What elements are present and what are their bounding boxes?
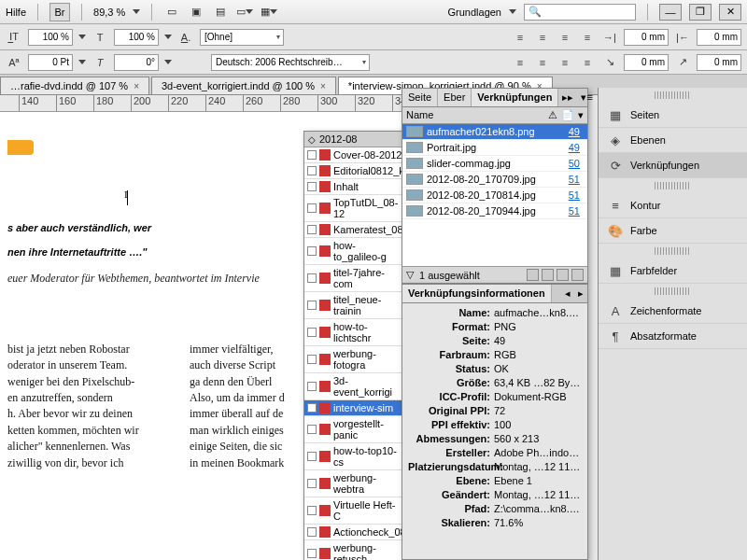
relink-icon[interactable]: [527, 269, 539, 281]
skew-value[interactable]: 0°: [114, 54, 159, 71]
links-col-name[interactable]: Name: [406, 109, 548, 121]
last-indent-value[interactable]: 0 mm: [697, 54, 741, 71]
book-row[interactable]: Virtuelle Heft-C: [304, 497, 405, 525]
screen-mode-icon[interactable]: ▭: [236, 4, 253, 21]
panel-menu-icon[interactable]: ▾≡: [577, 89, 596, 106]
align-right-icon[interactable]: ≡: [557, 29, 573, 46]
bridge-button[interactable]: Br: [49, 3, 70, 21]
link-row[interactable]: 2012-08-20_170709.jpg51: [402, 172, 587, 188]
view-icon-1[interactable]: ▭: [163, 4, 180, 21]
book-row[interactable]: werbung-webtra: [304, 470, 405, 497]
book-row[interactable]: how-to-top10-cs: [304, 443, 405, 470]
justify-last-center-icon[interactable]: ≡: [557, 54, 573, 71]
book-row[interactable]: Editorial0812_ko: [304, 163, 405, 179]
chevron-down-icon[interactable]: ▾: [578, 109, 584, 121]
language-select[interactable]: Deutsch: 2006 Rechtschreib…: [211, 54, 370, 71]
book-row[interactable]: Inhalt: [304, 179, 405, 195]
close-button[interactable]: ✕: [719, 4, 741, 21]
book-row[interactable]: Cover-08-2012: [304, 147, 405, 163]
info-row: Seite:49: [408, 335, 582, 346]
justify-last-left-icon[interactable]: ≡: [534, 54, 551, 71]
skew-icon[interactable]: T: [92, 54, 108, 71]
prev-icon[interactable]: ◂: [561, 285, 574, 302]
link-row[interactable]: 2012-08-20_170814.jpg51: [402, 188, 587, 203]
justify-icon[interactable]: ≡: [579, 29, 596, 46]
book-row[interactable]: 3d-event_korrigi: [304, 373, 405, 400]
arrange-icon[interactable]: ▦: [261, 4, 277, 21]
horizontal-scale[interactable]: 100 %: [28, 29, 73, 46]
minimize-button[interactable]: —: [659, 4, 682, 21]
book-row[interactable]: werbung-retusch: [304, 540, 405, 560]
doc-tab[interactable]: …rafie-dvd.indd @ 107 %×: [0, 77, 149, 94]
dock-item-kontur[interactable]: ≡Kontur: [599, 193, 747, 218]
dock-item-seiten[interactable]: ▦Seiten: [599, 103, 747, 128]
view-icon-2[interactable]: ▣: [188, 4, 204, 21]
dock-item-absatzformate[interactable]: ¶Absatzformate: [599, 324, 747, 349]
first-indent-value[interactable]: 0 mm: [624, 54, 669, 71]
justify-all-icon[interactable]: ≡: [512, 54, 529, 71]
char-style-select[interactable]: [Ohne]: [200, 29, 284, 46]
book-row[interactable]: Kameratest_081: [304, 222, 405, 238]
book-row[interactable]: interview-sim: [304, 400, 405, 416]
link-row[interactable]: slider-commag.jpg50: [402, 156, 587, 172]
indent-left-icon[interactable]: →|: [601, 29, 618, 46]
edit-original-icon[interactable]: [571, 269, 584, 281]
view-icon-3[interactable]: ▤: [212, 4, 229, 21]
selection-filter-icon[interactable]: ▽: [406, 269, 414, 281]
indent-right-value[interactable]: 0 mm: [697, 29, 741, 46]
baseline-shift[interactable]: 0 Pt: [28, 54, 73, 71]
justify-last-right-icon[interactable]: ≡: [579, 54, 596, 71]
next-icon[interactable]: ▸: [574, 285, 587, 302]
workspace-switcher[interactable]: Grundlagen: [448, 7, 502, 18]
book-row[interactable]: Actioncheck_08: [304, 525, 405, 540]
book-row[interactable]: titel-7jahre-com: [304, 265, 405, 292]
panel-tab-links[interactable]: Verknüpfungen: [472, 89, 558, 106]
chevron-down-icon[interactable]: [133, 9, 140, 14]
char-color-icon[interactable]: T: [92, 29, 108, 46]
book-row[interactable]: how-to-lichtschr: [304, 319, 405, 346]
dock-item-zeichenformate[interactable]: AZeichenformate: [599, 299, 747, 324]
book-row[interactable]: titel_neue-trainin: [304, 292, 405, 319]
dock-item-farbfelder[interactable]: ▦Farbfelder: [599, 259, 747, 284]
indent-left-value[interactable]: 0 mm: [624, 29, 669, 46]
panel-icon: ▦: [608, 107, 623, 122]
first-indent-icon[interactable]: ↘: [601, 54, 618, 71]
dock-item-verknüpfungen[interactable]: ⟳Verknüpfungen: [599, 153, 747, 178]
book-panel-header[interactable]: ◇ 2012-08: [304, 132, 405, 147]
panel-tab-layers[interactable]: Eber: [438, 89, 472, 106]
dock-grip[interactable]: [655, 91, 691, 99]
type-tool-icon[interactable]: I̲T: [6, 29, 22, 46]
search-input[interactable]: 🔍: [524, 4, 636, 21]
panel-tab-pages[interactable]: Seite: [402, 89, 438, 106]
dock-item-ebenen[interactable]: ◈Ebenen: [599, 128, 747, 153]
close-icon[interactable]: ×: [320, 81, 326, 91]
vertical-scale[interactable]: 100 %: [114, 29, 159, 46]
align-left-icon[interactable]: ≡: [512, 29, 529, 46]
help-menu[interactable]: Hilfe: [6, 7, 26, 18]
doc-tab[interactable]: 3d-event_korrigiert.indd @ 100 %×: [151, 77, 336, 94]
indent-right-icon[interactable]: |←: [674, 29, 691, 46]
info-row: Original PPI:72: [408, 405, 582, 416]
update-link-icon[interactable]: [557, 269, 569, 281]
goto-link-icon[interactable]: [542, 269, 554, 281]
chevron-down-icon[interactable]: [509, 9, 516, 14]
baseline-icon[interactable]: Aª: [6, 54, 22, 71]
book-row[interactable]: werbung-fotogra: [304, 346, 405, 373]
restore-button[interactable]: ❐: [689, 4, 712, 21]
link-row[interactable]: aufmacher021ekn8.png49: [402, 124, 587, 140]
info-row: Ersteller:Adobe Ph…indows): [408, 447, 582, 458]
dock-item-farbe[interactable]: 🎨Farbe: [599, 218, 747, 244]
link-row[interactable]: Portrait.jpg49: [402, 140, 587, 156]
char-style-icon[interactable]: A.: [177, 29, 194, 46]
book-row[interactable]: how-to_galileo-g: [304, 238, 405, 265]
info-row: Größe:63,4 KB …82 Byte): [408, 377, 582, 388]
link-info-tab[interactable]: Verknüpfungsinformationen: [402, 285, 552, 302]
book-row[interactable]: vorgestellt-panic: [304, 416, 405, 443]
book-row[interactable]: TopTutDL_08-12: [304, 195, 405, 222]
panel-collapse-icon[interactable]: ▸▸: [558, 89, 577, 106]
close-icon[interactable]: ×: [134, 81, 139, 91]
last-indent-icon[interactable]: ↗: [674, 54, 691, 71]
link-row[interactable]: 2012-08-20_170944.jpg51: [402, 203, 587, 219]
zoom-value[interactable]: 89,3 %: [93, 7, 125, 18]
align-center-icon[interactable]: ≡: [534, 29, 551, 46]
